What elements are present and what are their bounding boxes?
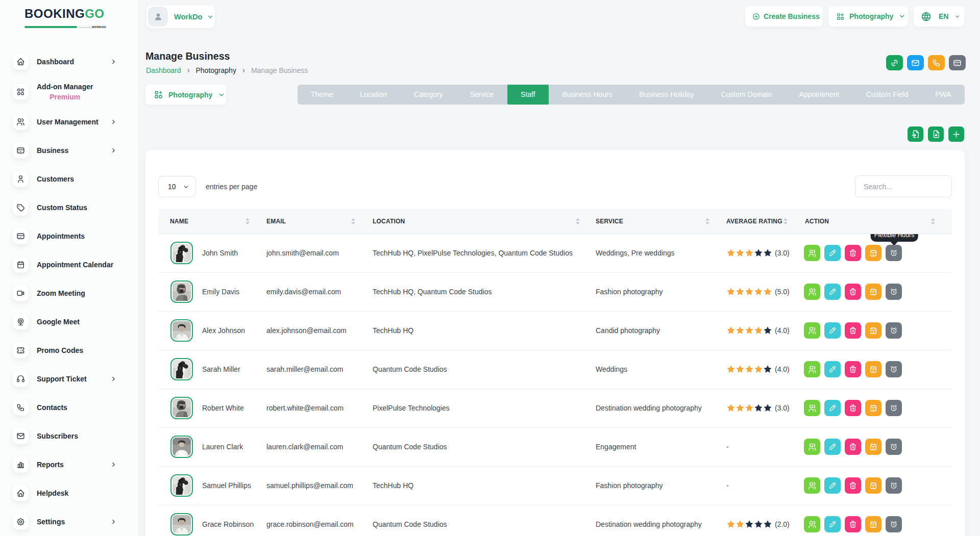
manage-users[interactable]	[804, 361, 820, 377]
copy-link[interactable]	[886, 55, 903, 70]
delete[interactable]	[845, 400, 861, 416]
staff-row: Emily Davis emily.davis@email.com TechHu…	[158, 272, 952, 311]
business-select[interactable]: Photography	[145, 85, 226, 105]
business-switcher[interactable]: Photography	[828, 6, 908, 27]
breadcrumbs: Dashboard Photography Manage Business	[146, 66, 308, 74]
edit[interactable]	[824, 284, 841, 300]
nav-appointments[interactable]: Appointments	[0, 222, 138, 250]
calendar[interactable]	[865, 245, 881, 261]
page-title: Manage Business	[145, 49, 230, 63]
call[interactable]	[928, 55, 945, 70]
staff-row: Sarah Miller sarah.miller@email.com Quan…	[158, 350, 952, 389]
calendar[interactable]	[865, 516, 881, 532]
nav-subscribers[interactable]: Subscribers	[0, 422, 138, 450]
business-tabs: Theme Location Category Service Staff Bu…	[298, 85, 965, 105]
nav-addon[interactable]: Add-on ManagerPremium	[0, 76, 138, 108]
nav-user-management[interactable]: User Management	[0, 108, 138, 136]
manage-users[interactable]	[804, 245, 820, 261]
nav-settings[interactable]: Settings	[0, 507, 138, 536]
create-business[interactable]: Create Business	[745, 6, 823, 27]
edit[interactable]	[824, 245, 841, 261]
flexible-hours[interactable]	[886, 284, 902, 300]
manage-users[interactable]	[804, 400, 820, 416]
flexible-hours[interactable]	[886, 477, 902, 494]
staff-table-card: 10 entries per page Search... Flexible H…	[145, 150, 965, 536]
staff-row: Samuel Phillips samuel.phillips@email.co…	[158, 466, 952, 505]
manage-users[interactable]	[804, 516, 820, 532]
table-actions	[908, 126, 964, 142]
nav-appointment-calendar[interactable]: Appointment Calendar	[0, 250, 138, 279]
calendar[interactable]	[865, 400, 881, 416]
export-2[interactable]	[928, 126, 944, 142]
mail[interactable]	[907, 55, 924, 70]
delete[interactable]	[845, 516, 861, 532]
nav-zoom[interactable]: Zoom Meeting	[0, 279, 138, 308]
nav-customers[interactable]: Customers	[0, 165, 138, 193]
quick-actions	[886, 55, 966, 70]
edit[interactable]	[824, 516, 841, 532]
nav-custom-status[interactable]: Custom Status	[0, 193, 138, 222]
logo: BOOKINGGO Powered By WORKDO	[24, 7, 132, 29]
nav-reports[interactable]: Reports	[0, 450, 138, 479]
nav-helpdesk[interactable]: Helpdesk	[0, 479, 138, 507]
language-switcher[interactable]: EN	[914, 6, 964, 27]
nav-dashboard[interactable]: Dashboard	[0, 47, 138, 76]
manage-users[interactable]	[804, 439, 820, 455]
edit[interactable]	[824, 477, 841, 494]
edit[interactable]	[824, 322, 841, 339]
edit[interactable]	[824, 361, 841, 377]
delete[interactable]	[845, 245, 861, 261]
nav-contacts[interactable]: Contacts	[0, 393, 138, 422]
sidebar-menu: Dashboard Add-on ManagerPremium User Man…	[0, 47, 138, 536]
sidebar: BOOKINGGO Powered By WORKDO Dashboard Ad…	[0, 0, 138, 536]
edit[interactable]	[824, 439, 841, 455]
delete[interactable]	[845, 322, 861, 339]
flexible-hours[interactable]	[886, 400, 902, 416]
staff-table: Name Email Location Service Average Rati…	[158, 209, 952, 536]
flexible-hours[interactable]	[886, 245, 902, 261]
add-staff[interactable]	[948, 126, 964, 142]
calendar[interactable]	[865, 439, 881, 455]
table-search[interactable]: Search...	[855, 175, 952, 197]
staff-row: Grace Robinson grace.robinson@email.com …	[158, 505, 952, 536]
manage-users[interactable]	[804, 284, 820, 300]
delete[interactable]	[845, 361, 861, 377]
payment[interactable]	[949, 55, 966, 70]
manage-users[interactable]	[804, 322, 820, 339]
nav-promo[interactable]: Promo Codes	[0, 336, 138, 365]
edit[interactable]	[824, 400, 841, 416]
nav-business[interactable]: Business	[0, 136, 138, 165]
manage-users[interactable]	[804, 477, 820, 494]
calendar[interactable]	[865, 477, 881, 494]
flexible-hours[interactable]	[886, 361, 902, 377]
export-1[interactable]	[908, 126, 923, 142]
flexible-hours[interactable]	[886, 439, 902, 455]
staff-row: Lauren Clark lauren.clark@email.com Quan…	[158, 427, 952, 466]
calendar[interactable]	[865, 322, 881, 339]
flexible-hours[interactable]	[886, 516, 902, 532]
nav-meet[interactable]: Google Meet	[0, 308, 138, 336]
delete[interactable]	[845, 477, 861, 494]
delete[interactable]	[845, 439, 861, 455]
page-length: 10 entries per page	[158, 176, 257, 197]
nav-support[interactable]: Support Ticket	[0, 365, 138, 393]
calendar[interactable]	[865, 284, 881, 300]
workspace-switcher[interactable]: WorkDo	[146, 5, 215, 28]
calendar[interactable]	[865, 361, 881, 377]
staff-row: John Smith john.smith@email.com TechHub …	[158, 234, 952, 272]
flexible-hours[interactable]	[886, 322, 902, 339]
delete[interactable]	[845, 284, 861, 300]
staff-row: Alex Johnson alex.johnson@email.com Tech…	[158, 311, 952, 350]
staff-row: Robert White robert.white@email.com Pixe…	[158, 389, 952, 427]
